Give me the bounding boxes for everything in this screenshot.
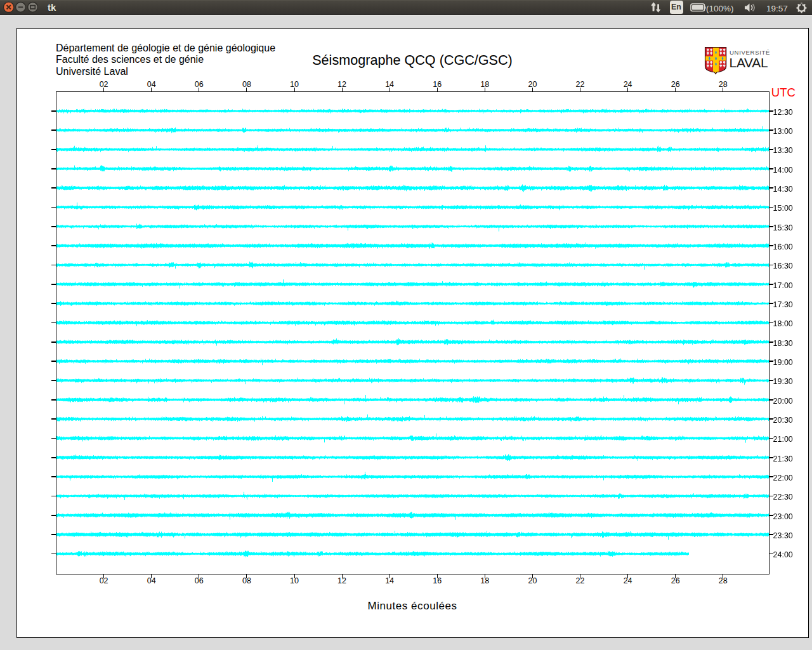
svg-text:LAVAL: LAVAL — [730, 55, 768, 70]
